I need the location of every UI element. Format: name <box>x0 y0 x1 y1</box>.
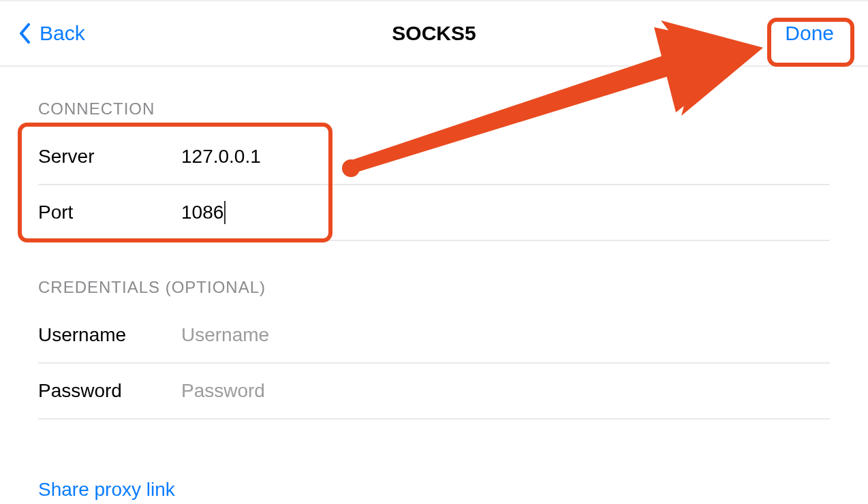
port-label: Port <box>38 202 181 223</box>
password-input[interactable] <box>181 380 830 402</box>
page-title: SOCKS5 <box>0 22 868 45</box>
port-input[interactable] <box>181 202 226 223</box>
username-label: Username <box>38 324 181 346</box>
section-header-credentials: CREDENTIALS (OPTIONAL) <box>38 278 830 297</box>
back-label: Back <box>40 22 85 45</box>
username-row: Username <box>38 308 830 364</box>
password-row: Password <box>38 364 830 420</box>
chevron-left-icon <box>19 23 31 44</box>
server-label: Server <box>38 146 181 168</box>
password-label: Password <box>38 380 181 402</box>
content-area: CONNECTION Server Port CREDENTIALS (OPTI… <box>0 99 868 504</box>
share-proxy-link-button[interactable]: Share proxy link <box>38 479 175 501</box>
server-input[interactable] <box>181 146 830 168</box>
username-input[interactable] <box>181 324 830 346</box>
server-row: Server <box>38 129 830 185</box>
text-cursor-icon <box>224 201 226 224</box>
back-button[interactable]: Back <box>19 22 85 45</box>
share-proxy-row: Share proxy link <box>38 455 830 504</box>
port-row: Port <box>38 185 830 241</box>
section-header-connection: CONNECTION <box>38 99 830 119</box>
navigation-bar: Back SOCKS5 Done <box>0 0 868 67</box>
done-button[interactable]: Done <box>770 14 849 53</box>
